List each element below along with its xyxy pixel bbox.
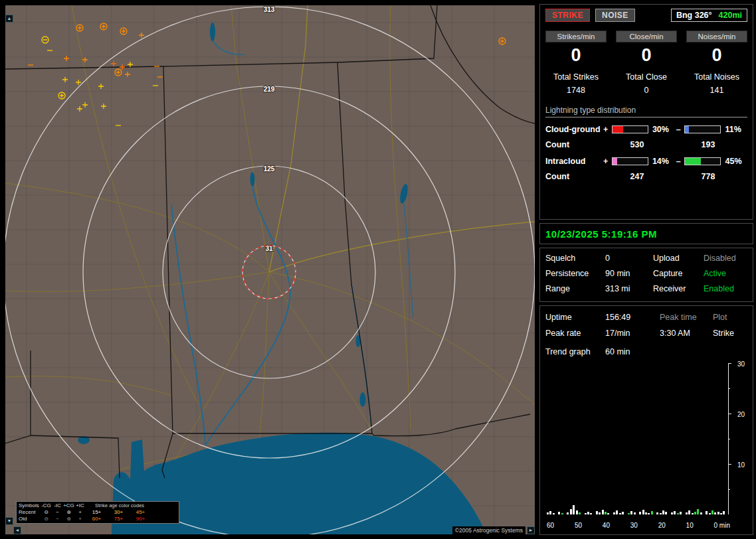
trend-bar [714,512,716,514]
trend-bar [692,513,694,514]
noise-mode-button[interactable]: NOISE [595,9,635,22]
trend-bar [700,512,702,514]
trend-bar [662,510,664,514]
x-label-20: 20 [658,522,666,529]
peak-rate-label: Peak rate [545,329,605,338]
trend-bar [628,513,630,514]
lightning-map[interactable]: 31321912531 [5,5,535,534]
peak-time-value: 3:30 AM [660,329,713,338]
trend-bar [587,512,589,514]
total-strikes-label: Total Strikes [545,72,607,82]
pos-cg-symbol-icon: ⊕ [63,516,74,522]
range-value: 313 mi [605,284,653,293]
trend-bar [558,512,560,514]
rates-grid: Strikes/min Close/min Noises/min 0 0 0 T… [545,31,747,95]
total-noises-value: 141 [686,86,747,95]
y-tick-25 [728,388,730,389]
uptime-value: 156:49 [605,313,660,322]
scroll-left-arrow-icon[interactable]: ◄ [13,526,21,534]
legend-col-neg-ic: -IC [52,502,63,509]
trend-bar [605,512,607,514]
trend-label-row: Trend graph 60 min [545,347,747,356]
pos-ic-symbol-icon: + [74,509,86,516]
strike-mode-button[interactable]: STRIKE [545,9,590,22]
trend-bar [677,513,679,514]
y-tick-30 [728,363,731,364]
distribution-header: Lightning type distribution [545,106,747,117]
y-label-30: 30 [737,360,745,368]
scroll-right-arrow-icon[interactable]: ► [527,526,535,534]
legend-header-row: Symbols -CG -IC +CG +IC Strike age color… [19,502,177,509]
y-tick-10 [728,464,731,465]
x-label-60: 60 [547,522,554,529]
uptime-label: Uptime [545,313,605,322]
map-panel[interactable]: 31321912531 ▲ ▼ ◄ ► Symbols -CG -IC +CG … [5,5,535,534]
trend-bar [686,512,688,514]
trend-bar [634,512,636,514]
neg-cg-symbol-icon: ⊖ [41,516,52,522]
cloud-ground-label: Cloud-ground [545,125,602,134]
receiver-value: Enabled [704,284,747,293]
trend-bar [613,512,615,514]
trend-bar [630,511,632,514]
ic-negative-bar [684,157,721,165]
trend-bar [549,511,551,514]
trend-bar [596,511,598,514]
trend-bar [711,510,713,514]
trend-bar [607,513,609,514]
neg-ic-symbol-icon: − [52,516,63,522]
trend-bar [570,509,572,514]
count-label: Count [545,140,603,149]
trend-bar [648,513,650,514]
mode-row: STRIKE NOISE Bng 326° 420mi [545,9,747,22]
map-vertical-scrollbar[interactable]: ▲ ▼ [5,15,13,525]
cloud-ground-count-row: Count 530 193 [545,140,747,149]
trend-bar [660,513,662,514]
capture-value: Active [704,269,747,278]
x-label-0min: 0 min [714,522,730,529]
legend-old-row: Old ⊖ − ⊕ + 60+ 75+ 90+ [19,516,177,522]
intracloud-label: Intracloud [545,157,602,166]
age-45-label: 45+ [130,509,151,516]
ic-negative-bar-fill [685,158,701,165]
total-noises-label: Total Noises [686,72,747,82]
cg-positive-count: 530 [603,140,672,149]
bearing-readout: Bng 326° 420mi [671,9,747,22]
y-label-10: 10 [737,461,745,469]
app-window: 31321912531 ▲ ▼ ◄ ► Symbols -CG -IC +CG … [0,0,756,539]
range-ring-label: 125 [264,165,275,173]
minus-sign: – [674,157,682,166]
cg-negative-count: 193 [672,140,745,149]
trend-bar [642,510,644,514]
trend-bar [590,513,592,514]
strikes-per-min-button[interactable]: Strikes/min [545,31,607,42]
bearing-value: Bng 326° [676,11,712,20]
trend-bar [645,512,647,514]
trend-bar [561,513,563,514]
trend-bars [547,363,725,514]
scroll-down-arrow-icon[interactable]: ▼ [5,517,13,525]
total-strikes-value: 1748 [545,86,607,95]
cg-positive-pct: 30% [650,125,675,134]
x-label-10: 10 [686,522,694,529]
upload-value: Disabled [704,254,747,263]
status-grid: Uptime 156:49 Peak time Plot Peak rate 1… [545,313,747,338]
total-close-label: Total Close [616,72,677,82]
close-per-min-button[interactable]: Close/min [616,31,677,42]
trend-bar [567,512,569,514]
close-per-min-value: 0 [616,45,677,66]
trend-bar [579,512,581,514]
range-ring-label: 313 [264,6,275,13]
cg-negative-pct: 11% [723,125,747,134]
noises-per-min-button[interactable]: Noises/min [686,31,747,42]
trend-bar [720,513,722,514]
bearing-range-value: 420mi [719,11,742,20]
strikes-per-min-value: 0 [545,45,607,66]
legend-recent-row: Recent ⊖ − ⊕ + 15+ 30+ 45+ [19,509,177,516]
trend-bar [656,512,658,514]
x-axis-labels: 60 50 40 30 20 10 0 min [547,522,730,529]
scroll-up-arrow-icon[interactable]: ▲ [5,15,13,23]
trend-graph-label: Trend graph [545,347,605,356]
legend-col-neg-cg: -CG [41,502,52,509]
age-60-label: 60+ [86,516,108,522]
